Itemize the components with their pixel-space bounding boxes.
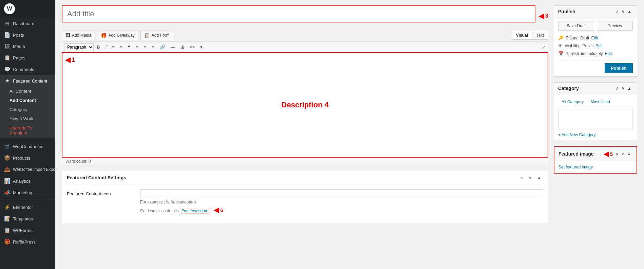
sidebar-item-woocommerce[interactable]: 🛒 WooCommerce	[0, 141, 55, 152]
calendar-icon: 📅	[558, 51, 564, 56]
font-awesome-link[interactable]: Font Awesome	[180, 208, 210, 214]
annotation-3: ◀ 3	[539, 12, 548, 20]
quote-button[interactable]: ❝	[126, 43, 133, 51]
code-button[interactable]: <>	[187, 43, 197, 51]
save-draft-button[interactable]: Save Draft	[558, 21, 594, 31]
meta-collapse-up[interactable]: ∧	[518, 175, 525, 181]
publish-time-edit-link[interactable]: Edit	[605, 51, 612, 56]
add-new-category-link[interactable]: + Add New Category	[558, 132, 595, 137]
more-button[interactable]: —	[168, 43, 177, 51]
sidebar-submenu-featured: All Content Add Content Category How It …	[0, 87, 55, 138]
sidebar-subitem-how-it-works[interactable]: How It Works	[0, 114, 55, 123]
link-button[interactable]: 🔗	[157, 43, 168, 51]
sidebar-item-products[interactable]: 📦 Products	[0, 152, 55, 164]
category-list[interactable]	[558, 109, 633, 129]
meta-box-header[interactable]: Featured Content Settings ∧ ∨ ▲	[62, 171, 548, 184]
category-panel-body: All Category Most Used + Add New Categor…	[554, 94, 637, 141]
sidebar-item-marketing[interactable]: 📣 Marketing	[0, 187, 55, 198]
publish-panel: Publish ∧ ∨ ▲ Save Draft Preview 🔑 Statu…	[554, 5, 637, 77]
add-giveaway-button[interactable]: 🎁 Add Giveaway	[97, 31, 138, 40]
align-left-button[interactable]: ≡	[133, 43, 141, 51]
editor-body[interactable]: ◀ 1 Description 4	[62, 52, 548, 158]
add-form-button[interactable]: 📋 Add Form	[140, 31, 173, 40]
paragraph-select[interactable]: Paragraph	[64, 43, 94, 51]
category-ctrl-up[interactable]: ∧	[614, 85, 620, 91]
fi-ctrl-down[interactable]: ∨	[620, 151, 626, 157]
publish-footer: Publish	[558, 60, 633, 73]
meta-box-controls: ∧ ∨ ▲	[518, 175, 543, 181]
webtoffee-icon: 📤	[4, 166, 10, 173]
visual-tab[interactable]: Visual	[512, 31, 532, 40]
sidebar-label-posts: Posts	[13, 33, 24, 38]
publish-btn-row: Save Draft Preview	[558, 21, 633, 31]
publish-ctrl-up[interactable]: ∧	[614, 8, 620, 15]
fi-ctrl-up[interactable]: ∧	[614, 151, 620, 157]
category-ctrl-down[interactable]: ∨	[620, 85, 626, 91]
pages-icon: 📋	[4, 55, 10, 61]
comments-icon: 💬	[4, 66, 10, 72]
meta-icon-hint2-row: Get icon class details Font Awesome ◀ 6	[140, 206, 543, 214]
sidebar-item-media[interactable]: 🖼 Media	[0, 41, 55, 52]
wp-logo: W	[4, 3, 15, 14]
sidebar-item-elementor[interactable]: ⚡ Elementor	[0, 201, 55, 213]
sidebar-item-comments[interactable]: 💬 Comments	[0, 64, 55, 75]
most-used-tab[interactable]: Most Used	[587, 98, 613, 106]
sidebar-item-wpforms[interactable]: 📋 WPForms	[0, 225, 55, 236]
meta-icon-input-col: For example : fa fa-bluetooth-b Get icon…	[140, 189, 543, 214]
giveaway-btn-icon: 🎁	[101, 33, 107, 38]
sidebar-item-webtoffee[interactable]: 📤 WebToffee Import Export (Basic)	[0, 164, 55, 175]
sidebar-item-featured-content[interactable]: ★ Featured Content	[0, 75, 55, 87]
sidebar-subitem-upgrade[interactable]: Upgrade To Premium	[0, 123, 55, 138]
elementor-icon: ⚡	[4, 204, 10, 210]
meta-icon-hint1: For example : fa fa-bluetooth-b	[140, 200, 543, 204]
preview-button[interactable]: Preview	[597, 21, 633, 31]
toolbar-row: 🖼 Add Media 🎁 Add Giveaway 📋 Add Form Vi…	[62, 31, 548, 40]
sidebar-item-analytics[interactable]: 📊 Analytics	[0, 175, 55, 187]
sidebar-label-woocommerce: WooCommerce	[13, 144, 43, 149]
sidebar-item-posts[interactable]: 📄 Posts	[0, 29, 55, 41]
text-tab[interactable]: Text	[532, 31, 548, 40]
woocommerce-icon: 🛒	[4, 143, 10, 149]
meta-minimize[interactable]: ▲	[535, 175, 543, 181]
sidebar-subitem-category[interactable]: Category	[0, 105, 55, 114]
align-center-button[interactable]: ≡	[141, 43, 149, 51]
visibility-row: 👁 Visibility: Public Edit	[558, 42, 633, 50]
category-ctrl-min[interactable]: ▲	[626, 85, 633, 91]
publish-time-label: Publish	[566, 51, 579, 56]
meta-box-body: Featured Content Icon For example : fa f…	[62, 184, 548, 223]
add-media-button[interactable]: 🖼 Add Media	[62, 31, 95, 40]
expand-icon[interactable]: ⤢	[542, 44, 546, 50]
sidebar-subitem-all-content[interactable]: All Content	[0, 87, 55, 96]
visibility-edit-link[interactable]: Edit	[595, 43, 603, 48]
fi-ctrl-min[interactable]: ▲	[626, 151, 632, 157]
media-btn-icon: 🖼	[65, 33, 70, 38]
status-icon: 🔑	[558, 35, 564, 40]
bold-button[interactable]: B	[94, 43, 102, 51]
publish-button[interactable]: Publish	[605, 63, 633, 73]
table-button[interactable]: ⊞	[178, 43, 187, 51]
sidebar-label-media: Media	[13, 44, 25, 49]
align-right-button[interactable]: ≡	[149, 43, 157, 51]
sidebar-item-templates[interactable]: 📝 Templates	[0, 213, 55, 225]
publish-ctrl-min[interactable]: ▲	[626, 8, 633, 15]
all-category-tab[interactable]: All Category	[558, 98, 587, 106]
view-toggle: Visual Text	[512, 31, 548, 40]
sidebar-item-dashboard[interactable]: ⊞ Dashboard	[0, 18, 55, 29]
set-featured-image-link[interactable]: Set featured image	[558, 165, 593, 169]
status-edit-link[interactable]: Edit	[591, 36, 598, 40]
ul-button[interactable]: ≡	[110, 43, 117, 51]
sidebar-item-pages[interactable]: 📋 Pages	[0, 52, 55, 64]
meta-collapse-down[interactable]: ∨	[527, 175, 534, 181]
sidebar-item-rafflepress[interactable]: 🎁 RafflePress	[0, 236, 55, 248]
meta-icon-input[interactable]	[140, 189, 543, 198]
italic-button[interactable]: I	[103, 43, 109, 51]
sidebar: W ⊞ Dashboard 📄 Posts 🖼 Media 📋 Pages 💬 …	[0, 0, 55, 269]
dropdown-arrow-button[interactable]: ▾	[198, 43, 205, 51]
wp-logo-area: W	[0, 0, 55, 18]
title-input[interactable]	[62, 5, 535, 22]
featured-content-settings-box: Featured Content Settings ∧ ∨ ▲ Featured…	[62, 171, 548, 223]
publish-ctrl-down[interactable]: ∨	[620, 8, 626, 15]
meta-field-icon: Featured Content Icon For example : fa f…	[67, 189, 543, 214]
ol-button[interactable]: ≡	[118, 43, 125, 51]
sidebar-subitem-add-content[interactable]: Add Content	[0, 96, 55, 105]
